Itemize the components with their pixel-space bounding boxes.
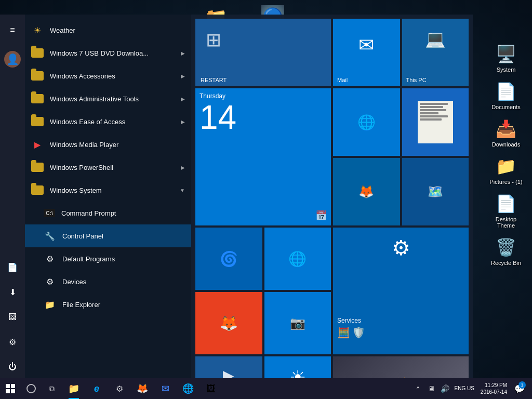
winadmintools-name: Windows Administrative Tools <box>50 95 175 103</box>
task-view-button[interactable]: ⧉ <box>42 378 62 399</box>
app-item-cmdprompt[interactable]: C:\ Command Prompt <box>25 202 191 224</box>
winaccessories-icon <box>31 70 44 82</box>
winmediaplayer-icon: ▶ <box>31 138 44 151</box>
taskbar-mail[interactable]: ✉ <box>154 378 177 399</box>
sidebar-downloads-button[interactable]: ⬇ <box>0 281 25 303</box>
tile-ie[interactable]: 🌐 <box>333 88 400 156</box>
system-label: System <box>497 66 516 73</box>
tray-volume-icon[interactable]: 🔊 <box>439 378 451 399</box>
devices-icon: ⚙ <box>44 275 56 288</box>
desktop-icon-pictures[interactable]: 📁 Pictures - (1) <box>485 154 527 187</box>
user-avatar[interactable]: 👤 <box>0 48 25 71</box>
defaultprograms-icon: ⚙ <box>44 252 56 265</box>
calendar-day: 14 <box>200 101 236 134</box>
tile-photos-app[interactable]: 📷 <box>264 292 331 354</box>
tray-lang-code: ENG US <box>455 385 474 392</box>
restart-tile-label: RESTART <box>201 77 227 83</box>
pictures-label: Pictures - (1) <box>490 179 523 185</box>
windows-logo-icon <box>5 383 16 394</box>
tray-chevron-button[interactable]: ^ <box>412 378 424 399</box>
tiles-grid: ⊞ RESTART ✉ Mail 💻 This PC Thursday 14 📅 <box>195 19 469 374</box>
tile-note[interactable] <box>402 88 469 156</box>
fileexplorer-name: File Explorer <box>62 301 185 309</box>
tile-calendar[interactable]: Thursday 14 📅 <box>195 88 331 225</box>
tray-notification-button[interactable]: 💬 1 <box>511 378 528 399</box>
winsystem-icon <box>31 184 44 196</box>
calendar-icon: 📅 <box>315 210 327 221</box>
desktop-icon-recycle-bin[interactable]: 🗑️ Recycle Bin <box>485 235 527 268</box>
thispc-tile-icon: 💻 <box>425 29 446 49</box>
devices-name: Devices <box>62 278 185 286</box>
cortana-circle-icon <box>26 384 36 393</box>
taskbar-tray: ^ 🖥 🔊 ENG US 11:29 PM 2016-07-14 💬 1 <box>408 378 533 399</box>
start-button[interactable] <box>0 378 21 399</box>
tray-time-display: 11:29 PM <box>481 382 507 389</box>
app-item-defaultprograms[interactable]: ⚙ Default Programs <box>25 247 191 270</box>
winmediaplayer-name: Windows Media Player <box>50 141 185 149</box>
taskbar-edge[interactable]: e <box>85 378 108 399</box>
desktop-icon-downloads[interactable]: 📥 Downloads <box>485 116 527 150</box>
wineaseofaccess-arrow: ▶ <box>181 119 185 125</box>
taskbar-photos[interactable]: 🖼 <box>200 378 222 399</box>
taskbar-file-explorer[interactable]: 📁 <box>62 378 85 399</box>
win7usb-icon <box>31 47 44 59</box>
search-button[interactable] <box>21 378 42 399</box>
documents-label: Documents <box>491 104 521 110</box>
win7usb-arrow: ▶ <box>181 50 185 56</box>
tray-monitor-icon[interactable]: 🖥 <box>425 378 438 399</box>
desktop-icon-system[interactable]: 🖥️ System <box>485 42 527 75</box>
tile-ie2[interactable]: 🌐 <box>264 228 331 290</box>
taskbar-globe[interactable]: 🌐 <box>177 378 200 399</box>
app-item-win7usb[interactable]: Windows 7 USB DVD Downloa... ▶ <box>25 42 191 64</box>
app-item-weather[interactable]: ☀ Weather <box>25 19 191 42</box>
downloads-label: Downloads <box>492 141 520 148</box>
recycle-bin-icon: 🗑️ <box>496 237 516 258</box>
browser-tiles-group: 🌀 🌐 🦊 📷 <box>195 228 331 354</box>
app-item-devices[interactable]: ⚙ Devices <box>25 270 191 293</box>
app-item-winmediaplayer[interactable]: ▶ Windows Media Player <box>25 133 191 156</box>
tile-mail[interactable]: ✉ Mail <box>333 19 400 86</box>
tile-edge[interactable]: 🌀 <box>195 228 262 290</box>
app-item-winsystem[interactable]: Windows System ▼ <box>25 179 191 202</box>
tile-firefox[interactable]: 🦊 <box>333 158 400 225</box>
services-tile-icon: ⚙ <box>392 236 410 260</box>
documents-icon: 📄 <box>496 81 516 102</box>
sidebar-settings-button[interactable]: ⚙ <box>0 330 25 353</box>
cmdprompt-name: Command Prompt <box>61 209 185 217</box>
controlpanel-name: Control Panel <box>62 232 185 240</box>
system-icon: 🖥️ <box>496 44 516 64</box>
sidebar-power-button[interactable]: ⏻ <box>0 355 25 378</box>
tiles-area: ⊞ RESTART ✉ Mail 💻 This PC Thursday 14 📅 <box>191 15 473 378</box>
tile-firefox2[interactable]: 🦊 <box>195 292 262 354</box>
winsystem-name: Windows System <box>50 187 174 194</box>
app-item-winpowershell[interactable]: Windows PowerShell ▶ <box>25 156 191 179</box>
tile-run[interactable]: ▶ Run <box>195 356 262 378</box>
hamburger-menu-button[interactable]: ≡ <box>0 19 25 42</box>
tile-restart[interactable]: ⊞ RESTART <box>195 19 331 86</box>
recycle-bin-label: Recycle Bin <box>491 260 521 266</box>
tile-news-photo[interactable]: 📸 <box>333 356 469 378</box>
app-item-fileexplorer[interactable]: 📁 File Explorer <box>25 293 191 316</box>
desktop-icon-documents[interactable]: 📄 Documents <box>485 79 527 112</box>
tile-weather[interactable]: ☀ Weather <box>264 356 331 378</box>
tile-services[interactable]: ⚙ Services 🧮 🛡️ <box>333 228 469 354</box>
desktop-icon-desktop-theme[interactable]: 📄 Desktop Theme <box>485 191 527 231</box>
tile-misc[interactable]: 🗺️ <box>402 158 469 225</box>
app-item-winaccessories[interactable]: Windows Accessories ▶ <box>25 64 191 87</box>
tray-clock[interactable]: 11:29 PM 2016-07-14 <box>477 382 510 395</box>
services-tile-content: Services 🧮 🛡️ <box>337 317 464 339</box>
tile-thispc[interactable]: 💻 This PC <box>402 19 469 86</box>
svg-rect-1 <box>11 384 15 388</box>
tray-language-indicator[interactable]: ENG US <box>453 385 476 392</box>
app-item-winadmintools[interactable]: Windows Administrative Tools ▶ <box>25 87 191 110</box>
taskbar-settings[interactable]: ⚙ <box>108 378 131 399</box>
app-item-controlpanel[interactable]: 🔧 Control Panel <box>25 224 191 247</box>
desktop-theme-icon: 📄 <box>496 193 516 214</box>
sidebar-photos-button[interactable]: 🖼 <box>0 305 25 328</box>
small-tiles-group: 🌐 🦊 🗺️ <box>333 88 469 225</box>
news-photo-content: 📸 <box>333 356 469 378</box>
app-item-wineaseofaccess[interactable]: Windows Ease of Access ▶ <box>25 110 191 133</box>
taskbar-firefox[interactable]: 🦊 <box>131 378 154 399</box>
weather-app-name: Weather <box>50 26 185 34</box>
sidebar-documents-button[interactable]: 📄 <box>0 256 25 278</box>
